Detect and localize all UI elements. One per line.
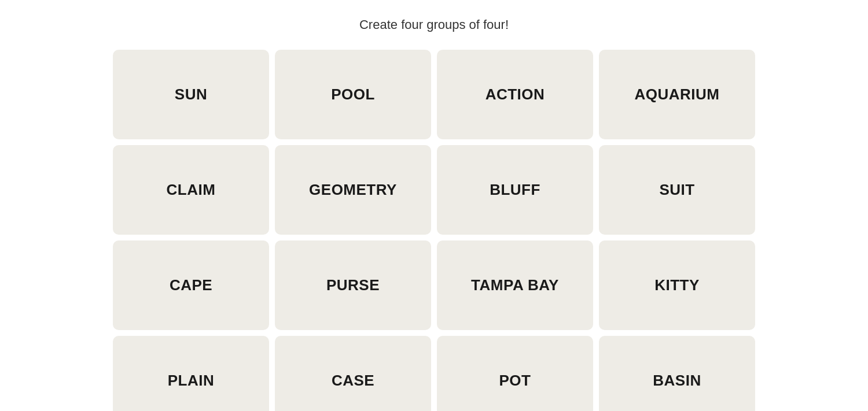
tile-label-bluff: BLUFF [490, 181, 540, 199]
tile-sun[interactable]: SUN [113, 50, 269, 139]
tile-label-purse: PURSE [326, 276, 380, 294]
tile-label-claim: CLAIM [167, 181, 216, 199]
tile-purse[interactable]: PURSE [275, 240, 431, 330]
tile-case[interactable]: CASE [275, 336, 431, 411]
tile-aquarium[interactable]: AQUARIUM [599, 50, 755, 139]
tile-label-aquarium: AQUARIUM [635, 86, 720, 103]
tile-label-plain: PLAIN [168, 372, 215, 390]
word-grid: SUNPOOLACTIONAQUARIUMCLAIMGEOMETRYBLUFFS… [113, 50, 755, 411]
tile-pool[interactable]: POOL [275, 50, 431, 139]
page-subtitle: Create four groups of four! [359, 17, 509, 32]
tile-label-pool: POOL [331, 86, 375, 103]
tile-kitty[interactable]: KITTY [599, 240, 755, 330]
tile-label-sun: SUN [175, 86, 207, 103]
tile-cape[interactable]: CAPE [113, 240, 269, 330]
tile-claim[interactable]: CLAIM [113, 145, 269, 235]
tile-label-tampa-bay: TAMPA BAY [471, 276, 559, 294]
tile-bluff[interactable]: BLUFF [437, 145, 593, 235]
tile-label-kitty: KITTY [654, 276, 700, 294]
tile-label-action: ACTION [486, 86, 545, 103]
tile-basin[interactable]: BASIN [599, 336, 755, 411]
tile-suit[interactable]: SUIT [599, 145, 755, 235]
tile-label-pot: POT [499, 372, 531, 390]
tile-label-suit: SUIT [659, 181, 694, 199]
tile-action[interactable]: ACTION [437, 50, 593, 139]
tile-label-basin: BASIN [653, 372, 701, 390]
tile-tampa-bay[interactable]: TAMPA BAY [437, 240, 593, 330]
tile-pot[interactable]: POT [437, 336, 593, 411]
tile-geometry[interactable]: GEOMETRY [275, 145, 431, 235]
tile-label-cape: CAPE [170, 276, 212, 294]
tile-plain[interactable]: PLAIN [113, 336, 269, 411]
tile-label-case: CASE [332, 372, 374, 390]
tile-label-geometry: GEOMETRY [309, 181, 397, 199]
